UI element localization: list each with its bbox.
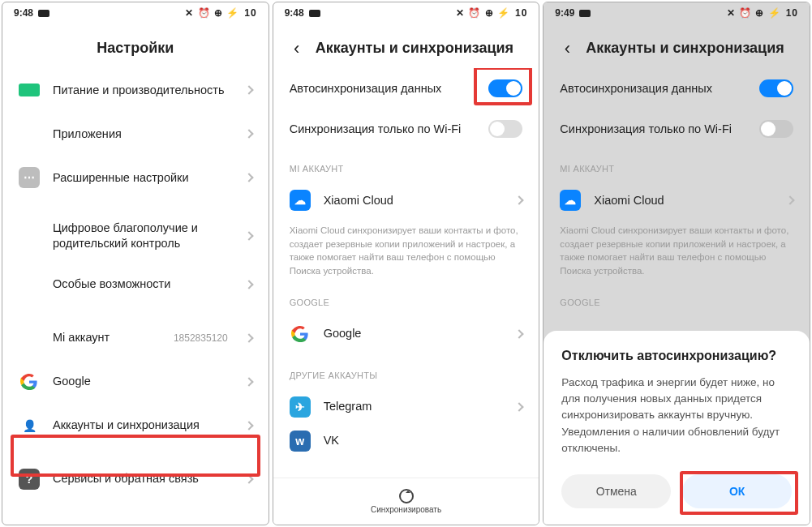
accessibility-icon: ♞ (19, 274, 40, 295)
row-value: 1852835120 (174, 332, 228, 344)
telegram-icon: ✈ (290, 396, 311, 418)
row-wifi-only: Синхронизация только по Wi-Fi (543, 109, 810, 149)
row-label: Google (324, 326, 499, 341)
row-label: Особые возможности (53, 276, 228, 292)
vk-icon: w (290, 431, 311, 452)
toggle-autosync[interactable] (488, 79, 522, 97)
row-google[interactable]: Google (273, 312, 539, 356)
mi-icon: mi (19, 328, 40, 349)
row-power[interactable]: Питание и производительность (2, 68, 269, 112)
status-icons: ✕ ⏰ ⊕ ⚡ 10 (727, 7, 798, 19)
toggle-autosync (759, 79, 793, 97)
chevron-right-icon (244, 85, 253, 94)
back-button[interactable]: ‹ (290, 41, 304, 56)
sync-button[interactable]: Синхронизировать (273, 478, 539, 525)
section-google: GOOGLE (543, 283, 810, 312)
status-bar: 9:48 ✕ ⏰ ⊕ ⚡ 10 (273, 2, 539, 24)
row-label: Сервисы и обратная связь (53, 471, 228, 486)
row-label: Xiaomi Cloud (324, 193, 499, 208)
sync-icon (399, 489, 414, 503)
page-title: Настройки (97, 40, 174, 57)
row-google-acct[interactable]: Google (2, 360, 269, 404)
row-wifi-only[interactable]: Синхронизация только по Wi-Fi (273, 109, 539, 149)
row-label: Аккаунты и синхронизация (53, 418, 228, 433)
clock: 9:48 (285, 7, 304, 19)
row-label: Синхронизация только по Wi-Fi (290, 122, 476, 137)
back-button[interactable]: ‹ (560, 41, 574, 56)
chevron-right-icon (515, 195, 524, 204)
sync-label: Синхронизировать (371, 505, 441, 514)
row-accounts-sync[interactable]: 👤 Аккаунты и синхронизация (2, 404, 269, 448)
section-other: ДРУГИЕ АККАУНТЫ (273, 356, 539, 385)
row-label: VK (324, 433, 523, 448)
row-apps[interactable]: ✿ Приложения (2, 112, 269, 156)
chevron-right-icon (244, 129, 253, 138)
row-label: Google (53, 374, 228, 389)
screen-dialog: 9:49 ✕ ⏰ ⊕ ⚡ 10 ‹ Аккаунты и синхронизац… (543, 2, 810, 525)
dialog-buttons: Отмена ОК (561, 474, 792, 508)
status-icons: ✕ ⏰ ⊕ ⚡ 10 (185, 7, 256, 19)
row-label: Mi аккаунт (53, 330, 161, 345)
gear-icon: ✿ (19, 123, 40, 144)
row-label: Telegram (324, 399, 499, 414)
row-services[interactable]: ? Сервисы и обратная связь (2, 457, 269, 501)
row-label: Автосинхронизация данных (290, 81, 476, 96)
status-bar: 9:49 ✕ ⏰ ⊕ ⚡ 10 (543, 2, 810, 24)
chevron-right-icon (244, 231, 253, 240)
dots-icon: ⋯ (19, 167, 40, 188)
chevron-right-icon (244, 421, 253, 430)
dialog-title: Отключить автосинхронизацию? (561, 349, 792, 363)
row-label: Автосинхронизация данных (560, 81, 746, 96)
wellbeing-icon: ❧ (19, 225, 40, 246)
row-mi-account[interactable]: mi Mi аккаунт 1852835120 (2, 316, 269, 360)
dialog-body: Расход трафика и энергии будет ниже, но … (561, 375, 792, 456)
row-autosync: Автосинхронизация данных (543, 68, 810, 109)
row-autosync[interactable]: Автосинхронизация данных (273, 68, 539, 109)
row-extra[interactable]: ⋯ Расширенные настройки (2, 156, 269, 199)
row-vk[interactable]: w VK (273, 429, 539, 452)
services-icon: ? (19, 469, 40, 490)
clock: 9:48 (14, 7, 33, 19)
section-mi: MI АККАУНТ (543, 149, 810, 178)
header: Настройки (2, 24, 269, 68)
screen-settings: 9:48 ✕ ⏰ ⊕ ⚡ 10 Настройки Питание и прои… (2, 2, 269, 525)
screen-accounts-sync: 9:48 ✕ ⏰ ⊕ ⚡ 10 ‹ Аккаунты и синхронизац… (273, 2, 540, 525)
chevron-right-icon (244, 474, 253, 483)
toggle-wifi-only (759, 120, 793, 138)
btn-label: Отмена (596, 485, 637, 498)
row-label: Цифровое благополучие и родительский кон… (53, 221, 228, 251)
row-telegram[interactable]: ✈ Telegram (273, 385, 539, 429)
page-title: Аккаунты и синхронизация (586, 40, 784, 57)
row-wellbeing[interactable]: ❧ Цифровое благополучие и родительский к… (2, 209, 269, 263)
page-title: Аккаунты и синхронизация (316, 40, 513, 57)
cloud-icon: ☁ (290, 190, 311, 211)
btn-label: ОК (729, 485, 745, 498)
chevron-right-icon (515, 402, 524, 411)
mi-cloud-desc: Xiaomi Cloud синхронизирует ваши контакт… (543, 222, 810, 283)
status-icons: ✕ ⏰ ⊕ ⚡ 10 (456, 7, 527, 19)
chevron-right-icon (244, 173, 253, 182)
chevron-right-icon (244, 377, 253, 386)
settings-list: Питание и производительность ✿ Приложени… (2, 68, 269, 525)
record-icon (38, 10, 49, 17)
row-label: Расширенные настройки (53, 170, 228, 186)
google-icon (19, 371, 40, 392)
chevron-right-icon (244, 280, 253, 289)
status-bar: 9:48 ✕ ⏰ ⊕ ⚡ 10 (2, 2, 269, 24)
battery-icon (19, 79, 40, 101)
section-mi: MI АККАУНТ (273, 149, 539, 178)
google-icon (290, 323, 311, 345)
row-accessibility[interactable]: ♞ Особые возможности (2, 263, 269, 306)
row-xiaomi-cloud: ☁ Xiaomi Cloud (543, 178, 810, 222)
sync-content: Автосинхронизация данных Синхронизация т… (273, 68, 539, 525)
cancel-button[interactable]: Отмена (561, 474, 671, 508)
chevron-right-icon (515, 329, 524, 338)
header: ‹ Аккаунты и синхронизация (273, 24, 539, 68)
toggle-wifi-only[interactable] (488, 120, 522, 138)
ok-button[interactable]: ОК (682, 474, 792, 508)
confirm-dialog: Отключить автосинхронизацию? Расход траф… (543, 331, 810, 525)
row-xiaomi-cloud[interactable]: ☁ Xiaomi Cloud (273, 178, 539, 222)
row-label: Питание и производительность (53, 83, 228, 98)
person-icon: 👤 (19, 415, 40, 436)
sync-content-dim: Автосинхронизация данных Синхронизация т… (543, 68, 810, 525)
